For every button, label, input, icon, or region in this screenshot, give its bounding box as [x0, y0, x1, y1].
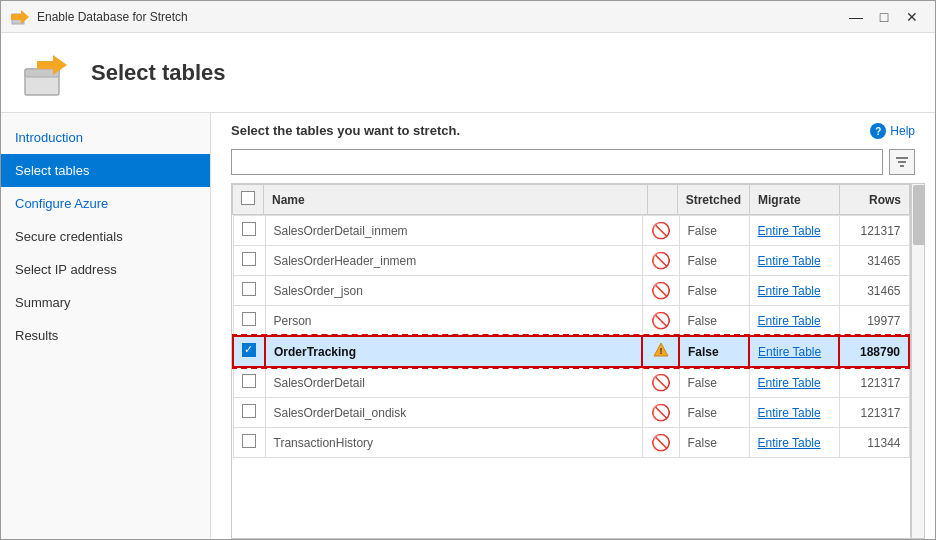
- tables-data-table: SalesOrderDetail_inmem 🚫 False Entire Ta…: [232, 215, 910, 458]
- wizard-header: Select tables: [1, 33, 935, 113]
- row-name-3: SalesOrder_json: [265, 276, 642, 306]
- content-subtitle: Select the tables you want to stretch.: [231, 123, 460, 138]
- window-title: Enable Database for Stretch: [37, 10, 188, 24]
- main-window: Enable Database for Stretch — □ ✕ Select…: [0, 0, 936, 540]
- row-checkbox-6[interactable]: [242, 374, 256, 388]
- col-stretched: Stretched: [677, 185, 749, 215]
- sidebar-item-results[interactable]: Results: [1, 319, 210, 352]
- row-status-2: 🚫: [642, 246, 679, 276]
- wizard-body: Introduction Select tables Configure Azu…: [1, 113, 935, 539]
- row-rows-1: 121317: [839, 216, 909, 246]
- search-input[interactable]: [231, 149, 883, 175]
- row-stretched-5: False: [679, 336, 749, 367]
- sidebar-item-summary[interactable]: Summary: [1, 286, 210, 319]
- help-icon: ?: [870, 123, 886, 139]
- row-checkbox-7[interactable]: [242, 404, 256, 418]
- maximize-button[interactable]: □: [871, 6, 897, 28]
- row-checkbox-5[interactable]: [242, 343, 256, 357]
- select-all-checkbox[interactable]: [241, 191, 255, 205]
- table-header-row: Name Stretched Migrate Rows: [233, 185, 910, 215]
- titlebar: Enable Database for Stretch — □ ✕: [1, 1, 935, 33]
- sidebar-item-select-tables[interactable]: Select tables: [1, 154, 210, 187]
- row-name-7: SalesOrderDetail_ondisk: [265, 398, 642, 428]
- close-button[interactable]: ✕: [899, 6, 925, 28]
- table-area: Name Stretched Migrate Rows: [231, 183, 925, 539]
- block-icon-1: 🚫: [651, 222, 671, 239]
- row-status-3: 🚫: [642, 276, 679, 306]
- row-migrate-6[interactable]: Entire Table: [749, 367, 839, 398]
- table-row: SalesOrderHeader_inmem 🚫 False Entire Ta…: [233, 246, 909, 276]
- row-status-6: 🚫: [642, 367, 679, 398]
- row-name-8: TransactionHistory: [265, 428, 642, 458]
- row-status-5: !: [642, 336, 679, 367]
- row-stretched-1: False: [679, 216, 749, 246]
- sidebar-item-secure-credentials[interactable]: Secure credentials: [1, 220, 210, 253]
- row-rows-5: 188790: [839, 336, 909, 367]
- row-status-7: 🚫: [642, 398, 679, 428]
- content-header: Select the tables you want to stretch. ?…: [211, 113, 935, 145]
- block-icon-8: 🚫: [651, 434, 671, 451]
- col-status-icon: [647, 185, 677, 215]
- row-migrate-7[interactable]: Entire Table: [749, 398, 839, 428]
- minimize-button[interactable]: —: [843, 6, 869, 28]
- titlebar-left: Enable Database for Stretch: [11, 8, 188, 26]
- row-migrate-2[interactable]: Entire Table: [749, 246, 839, 276]
- header-icon: [21, 47, 73, 99]
- row-rows-3: 31465: [839, 276, 909, 306]
- row-checkbox-8[interactable]: [242, 434, 256, 448]
- block-icon-6: 🚫: [651, 374, 671, 391]
- table-scroll[interactable]: SalesOrderDetail_inmem 🚫 False Entire Ta…: [232, 215, 910, 538]
- sidebar-item-introduction[interactable]: Introduction: [1, 121, 210, 154]
- row-migrate-8[interactable]: Entire Table: [749, 428, 839, 458]
- table-row: TransactionHistory 🚫 False Entire Table …: [233, 428, 909, 458]
- col-name: Name: [264, 185, 648, 215]
- row-checkbox-4[interactable]: [242, 312, 256, 326]
- row-stretched-4: False: [679, 306, 749, 337]
- row-rows-4: 19977: [839, 306, 909, 337]
- block-icon-3: 🚫: [651, 282, 671, 299]
- row-stretched-8: False: [679, 428, 749, 458]
- search-row: [211, 145, 935, 183]
- row-name-2: SalesOrderHeader_inmem: [265, 246, 642, 276]
- table-row: SalesOrderDetail 🚫 False Entire Table 12…: [233, 367, 909, 398]
- row-name-4: Person: [265, 306, 642, 337]
- table-row: SalesOrderDetail_inmem 🚫 False Entire Ta…: [233, 216, 909, 246]
- row-checkbox-2[interactable]: [242, 252, 256, 266]
- row-migrate-5[interactable]: Entire Table: [749, 336, 839, 367]
- app-icon: [11, 8, 29, 26]
- col-rows: Rows: [840, 185, 910, 215]
- table-row-selected: OrderTracking ! False Entire Table: [233, 336, 909, 367]
- row-migrate-1[interactable]: Entire Table: [749, 216, 839, 246]
- row-name-5: OrderTracking: [265, 336, 642, 367]
- block-icon-4: 🚫: [651, 312, 671, 329]
- col-select: [233, 185, 264, 215]
- row-name-6: SalesOrderDetail: [265, 367, 642, 398]
- row-rows-6: 121317: [839, 367, 909, 398]
- vertical-scrollbar[interactable]: [911, 183, 925, 539]
- row-checkbox-3[interactable]: [242, 282, 256, 296]
- table-wrapper: Name Stretched Migrate Rows: [231, 183, 911, 539]
- tables-table: Name Stretched Migrate Rows: [232, 184, 910, 215]
- row-migrate-4[interactable]: Entire Table: [749, 306, 839, 337]
- block-icon-2: 🚫: [651, 252, 671, 269]
- help-link[interactable]: ? Help: [870, 123, 915, 139]
- row-status-4: 🚫: [642, 306, 679, 337]
- table-row: SalesOrderDetail_ondisk 🚫 False Entire T…: [233, 398, 909, 428]
- scrollbar-thumb[interactable]: [913, 185, 925, 245]
- filter-button[interactable]: [889, 149, 915, 175]
- sidebar: Introduction Select tables Configure Azu…: [1, 113, 211, 539]
- sidebar-item-select-ip[interactable]: Select IP address: [1, 253, 210, 286]
- col-migrate: Migrate: [750, 185, 840, 215]
- row-name-1: SalesOrderDetail_inmem: [265, 216, 642, 246]
- row-stretched-2: False: [679, 246, 749, 276]
- help-label: Help: [890, 124, 915, 138]
- row-stretched-6: False: [679, 367, 749, 398]
- row-migrate-3[interactable]: Entire Table: [749, 276, 839, 306]
- row-rows-2: 31465: [839, 246, 909, 276]
- table-row: Person 🚫 False Entire Table 19977: [233, 306, 909, 337]
- row-checkbox-1[interactable]: [242, 222, 256, 236]
- warning-icon-5: !: [653, 342, 669, 358]
- row-status-8: 🚫: [642, 428, 679, 458]
- svg-text:!: !: [659, 346, 662, 356]
- sidebar-item-configure-azure[interactable]: Configure Azure: [1, 187, 210, 220]
